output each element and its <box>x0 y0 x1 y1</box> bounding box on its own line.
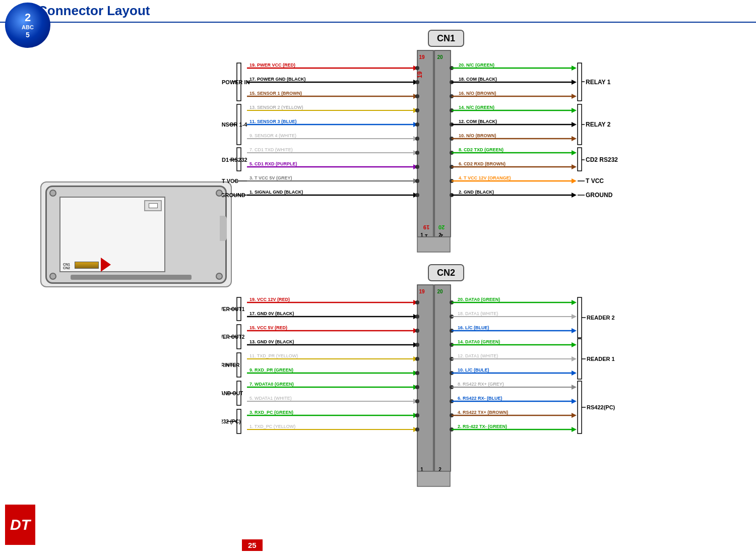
svg-text:1. SIGNAL GND (BLACK): 1. SIGNAL GND (BLACK) <box>249 190 303 195</box>
cn1-diagram: CN1 19 19 1 20 2 19 1 20 2 19. PWER VCC … <box>222 28 751 260</box>
svg-text:5. CD1 RXD (PURPLE): 5. CD1 RXD (PURPLE) <box>249 161 297 166</box>
svg-text:20. N/C (GREEN): 20. N/C (GREEN) <box>459 63 494 68</box>
svg-marker-55 <box>572 66 577 71</box>
header: Connector Layout <box>0 0 756 23</box>
svg-point-47 <box>415 179 419 183</box>
svg-marker-91 <box>572 193 577 198</box>
svg-marker-182 <box>572 342 577 347</box>
svg-text:6. RS422 RX- (BLUE): 6. RS422 RX- (BLUE) <box>458 396 502 401</box>
svg-marker-59 <box>572 80 577 85</box>
svg-text:19. VCC 12V (RED): 19. VCC 12V (RED) <box>249 297 290 302</box>
svg-marker-87 <box>572 178 577 183</box>
svg-text:SENSOR 1-4: SENSOR 1-4 <box>222 121 247 128</box>
svg-text:15. VCC 5V (RED): 15. VCC 5V (RED) <box>249 325 287 330</box>
svg-marker-79 <box>572 150 577 155</box>
svg-marker-198 <box>572 399 577 404</box>
svg-marker-190 <box>572 371 577 376</box>
svg-marker-67 <box>572 108 577 113</box>
svg-rect-112 <box>578 148 582 171</box>
svg-text:20. DATA0 (GREEN): 20. DATA0 (GREEN) <box>458 297 500 302</box>
svg-text:20: 20 <box>438 224 445 230</box>
svg-text:GROUND: GROUND <box>586 192 613 199</box>
svg-rect-122 <box>417 285 433 471</box>
svg-text:READER 2: READER 2 <box>587 315 615 321</box>
svg-text:7.  CD1 TXD (WHITE): 7. CD1 TXD (WHITE) <box>249 147 293 152</box>
logo: 2 ABC 5 <box>5 3 50 48</box>
svg-marker-174 <box>572 314 577 319</box>
svg-text:8. CD2 TXD (GREEN): 8. CD2 TXD (GREEN) <box>459 147 503 152</box>
svg-marker-202 <box>572 413 577 418</box>
svg-rect-123 <box>434 285 451 471</box>
svg-rect-229 <box>578 381 582 434</box>
svg-text:16. L/C (BLUE): 16. L/C (BLUE) <box>458 325 489 330</box>
svg-point-166 <box>415 427 419 431</box>
svg-text:3. RXD_PC (GREEN): 3. RXD_PC (GREEN) <box>249 410 293 415</box>
svg-text:19. PWER VCC (RED): 19. PWER VCC (RED) <box>249 63 295 68</box>
svg-text:RELAY 1: RELAY 1 <box>586 79 611 86</box>
svg-marker-71 <box>572 122 577 127</box>
svg-text:17. POWER GND (BLACK): 17. POWER GND (BLACK) <box>249 77 306 82</box>
svg-text:12. COM (BLACK): 12. COM (BLACK) <box>459 119 497 124</box>
svg-text:RELAY 2: RELAY 2 <box>586 121 611 128</box>
svg-text:CN2: CN2 <box>437 268 455 278</box>
cn2-diagram: CN2 19 1 20 2 19. VCC 12V (RED) 17. GND … <box>222 262 751 509</box>
svg-marker-63 <box>572 94 577 99</box>
svg-point-142 <box>415 343 419 347</box>
svg-text:12. DATA1 (WHITE): 12. DATA1 (WHITE) <box>458 353 498 358</box>
svg-text:16. N/O (BROWN): 16. N/O (BROWN) <box>459 91 496 96</box>
svg-point-23 <box>415 94 419 98</box>
svg-text:POWER OUT1: POWER OUT1 <box>222 306 245 312</box>
svg-text:13. GND 0V (BLACK): 13. GND 0V (BLACK) <box>249 339 294 344</box>
svg-rect-232 <box>417 471 450 486</box>
svg-text:T VCC: T VCC <box>586 177 604 184</box>
svg-text:13. SENSOR 2 (YELLOW): 13. SENSOR 2 (YELLOW) <box>249 105 303 110</box>
svg-text:7. WDATA0 (GREEN): 7. WDATA0 (GREEN) <box>249 382 294 387</box>
brand-logo: DT <box>5 505 35 545</box>
svg-point-27 <box>415 108 419 112</box>
svg-point-15 <box>415 66 419 70</box>
svg-text:9.  SENSOR 4 (WHITE): 9. SENSOR 4 (WHITE) <box>249 133 296 138</box>
svg-rect-109 <box>578 104 582 145</box>
svg-marker-194 <box>572 385 577 390</box>
svg-text:3. T VCC 5V (GREY): 3. T VCC 5V (GREY) <box>249 175 292 180</box>
svg-text:CD2 RS232: CD2 RS232 <box>586 156 618 163</box>
svg-text:18. DATA1 (WHITE): 18. DATA1 (WHITE) <box>458 311 498 316</box>
svg-text:19: 19 <box>419 54 425 60</box>
svg-text:1. TXD_PC (YELLOW): 1. TXD_PC (YELLOW) <box>249 424 295 429</box>
svg-text:8. RS422 RX+ (GREY): 8. RS422 RX+ (GREY) <box>458 382 504 387</box>
page-title: Connector Layout <box>38 3 150 19</box>
svg-marker-186 <box>572 356 577 361</box>
svg-text:20: 20 <box>437 54 443 60</box>
svg-text:6. CD2 RXD (BROWN): 6. CD2 RXD (BROWN) <box>459 161 506 166</box>
svg-text:2. GND (BLACK): 2. GND (BLACK) <box>459 190 494 195</box>
svg-text:4. RS422 TX+ (BROWN): 4. RS422 TX+ (BROWN) <box>458 410 508 415</box>
svg-text:T VCC: T VCC <box>222 178 238 184</box>
logo-text: 2 ABC 5 <box>22 11 34 39</box>
svg-text:CD1 RS232: CD1 RS232 <box>222 157 247 163</box>
svg-text:19: 19 <box>423 224 429 230</box>
svg-text:11. TXD_PR (YELLOW): 11. TXD_PR (YELLOW) <box>249 353 298 358</box>
svg-text:11. SENSOR 3 (BLUE): 11. SENSOR 3 (BLUE) <box>249 119 297 124</box>
brand-text: DT <box>10 516 30 533</box>
svg-point-138 <box>415 329 419 333</box>
svg-point-158 <box>415 399 419 403</box>
svg-rect-106 <box>578 63 582 101</box>
svg-text:WIEGAND OUT: WIEGAND OUT <box>222 391 243 396</box>
svg-text:READER 1: READER 1 <box>587 356 615 362</box>
svg-text:POWER IN: POWER IN <box>222 79 250 85</box>
svg-point-43 <box>415 165 419 169</box>
svg-text:5. WDATA1 (WHITE): 5. WDATA1 (WHITE) <box>249 396 292 401</box>
svg-point-19 <box>415 80 419 84</box>
svg-marker-75 <box>572 136 577 141</box>
svg-text:9. RXD_PR (GREEN): 9. RXD_PR (GREEN) <box>249 367 293 373</box>
svg-text:15. SENSOR 1 (BROWN): 15. SENSOR 1 (BROWN) <box>249 91 302 96</box>
svg-text:20: 20 <box>437 289 443 294</box>
svg-marker-83 <box>572 164 577 169</box>
svg-rect-223 <box>578 297 582 338</box>
svg-point-35 <box>415 137 419 141</box>
svg-marker-206 <box>572 427 577 432</box>
svg-point-146 <box>415 357 419 361</box>
svg-marker-170 <box>572 300 577 305</box>
svg-text:14. N/C (GREEN): 14. N/C (GREEN) <box>459 105 494 110</box>
svg-point-51 <box>415 193 419 197</box>
